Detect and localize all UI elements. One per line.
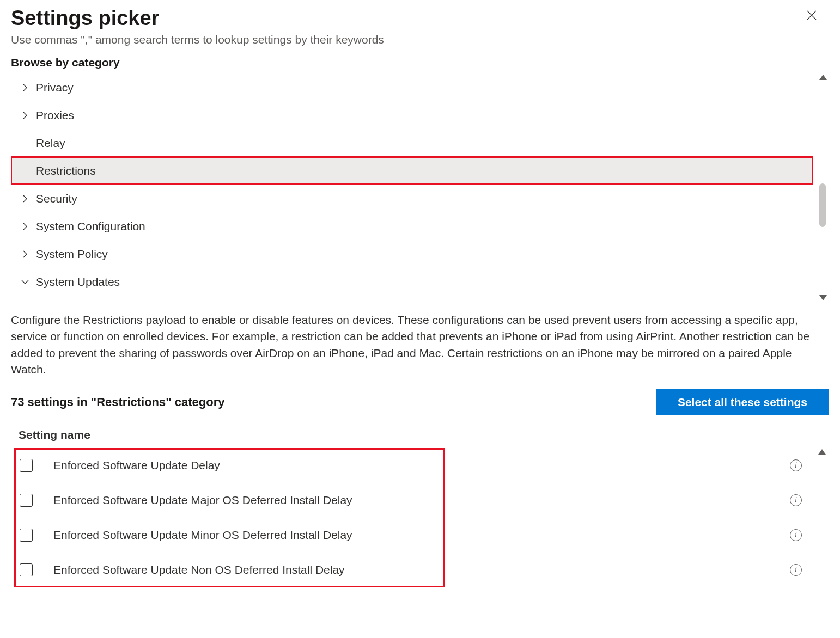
setting-name-header: Setting name [11, 423, 829, 448]
setting-checkbox[interactable] [20, 563, 33, 576]
category-label: Security [36, 192, 813, 205]
settings-scrollbar[interactable] [818, 448, 830, 455]
close-icon [805, 9, 818, 22]
setting-label: Enforced Software Update Non OS Deferred… [53, 563, 790, 576]
setting-label: Enforced Software Update Minor OS Deferr… [53, 529, 790, 542]
settings-count: 73 settings in "Restrictions" category [11, 395, 225, 409]
scroll-down-icon[interactable] [819, 295, 827, 300]
category-item-system-configuration[interactable]: System Configuration [11, 212, 813, 240]
setting-row[interactable]: Enforced Software Update Major OS Deferr… [11, 483, 829, 518]
category-item-system-updates[interactable]: System Updates [11, 268, 813, 296]
setting-checkbox[interactable] [20, 494, 33, 507]
category-description: Configure the Restrictions payload to en… [11, 312, 829, 378]
info-icon[interactable]: i [790, 529, 802, 541]
setting-row[interactable]: Enforced Software Update Delayi [11, 448, 829, 483]
category-label: System Policy [36, 248, 813, 261]
category-scrollbar[interactable] [817, 73, 829, 302]
setting-label: Enforced Software Update Major OS Deferr… [53, 494, 790, 507]
chevron-right-icon[interactable] [14, 111, 36, 120]
scroll-up-icon[interactable] [819, 75, 827, 80]
scroll-thumb[interactable] [819, 183, 826, 227]
category-label: System Updates [36, 275, 813, 289]
chevron-right-icon[interactable] [14, 83, 36, 92]
category-item-system-policy[interactable]: System Policy [11, 240, 813, 268]
page-subtitle: Use commas "," among search terms to loo… [11, 33, 829, 46]
select-all-button[interactable]: Select all these settings [656, 389, 829, 415]
page-title: Settings picker [11, 7, 159, 30]
setting-checkbox[interactable] [20, 529, 33, 542]
close-button[interactable] [800, 7, 824, 28]
category-label: System Configuration [36, 220, 813, 233]
category-item-relay[interactable]: Relay [11, 129, 813, 157]
category-item-restrictions[interactable]: Restrictions [11, 157, 813, 185]
info-icon[interactable]: i [790, 494, 802, 506]
setting-row[interactable]: Enforced Software Update Minor OS Deferr… [11, 518, 829, 553]
chevron-right-icon[interactable] [14, 194, 36, 203]
info-icon[interactable]: i [790, 459, 802, 471]
settings-list: Enforced Software Update DelayiEnforced … [11, 448, 829, 587]
category-label: Relay [36, 137, 813, 150]
category-label: Restrictions [36, 164, 813, 177]
category-list-container: PrivacyProxiesRelayRestrictionsSecurityS… [11, 73, 829, 302]
setting-row[interactable]: Enforced Software Update Non OS Deferred… [11, 553, 829, 587]
setting-label: Enforced Software Update Delay [53, 459, 790, 472]
browse-label: Browse by category [11, 56, 829, 69]
category-item-security[interactable]: Security [11, 185, 813, 212]
category-label: Proxies [36, 109, 813, 122]
chevron-down-icon[interactable] [14, 278, 36, 286]
scroll-track[interactable] [817, 80, 829, 295]
chevron-right-icon[interactable] [14, 222, 36, 231]
settings-list-container: Enforced Software Update DelayiEnforced … [11, 448, 829, 587]
category-item-privacy[interactable]: Privacy [11, 73, 813, 101]
category-label: Privacy [36, 81, 813, 94]
category-item-proxies[interactable]: Proxies [11, 101, 813, 129]
info-icon[interactable]: i [790, 564, 802, 576]
category-list: PrivacyProxiesRelayRestrictionsSecurityS… [11, 73, 813, 302]
setting-checkbox[interactable] [20, 459, 33, 472]
scroll-up-icon[interactable] [818, 449, 826, 455]
chevron-right-icon[interactable] [14, 250, 36, 259]
